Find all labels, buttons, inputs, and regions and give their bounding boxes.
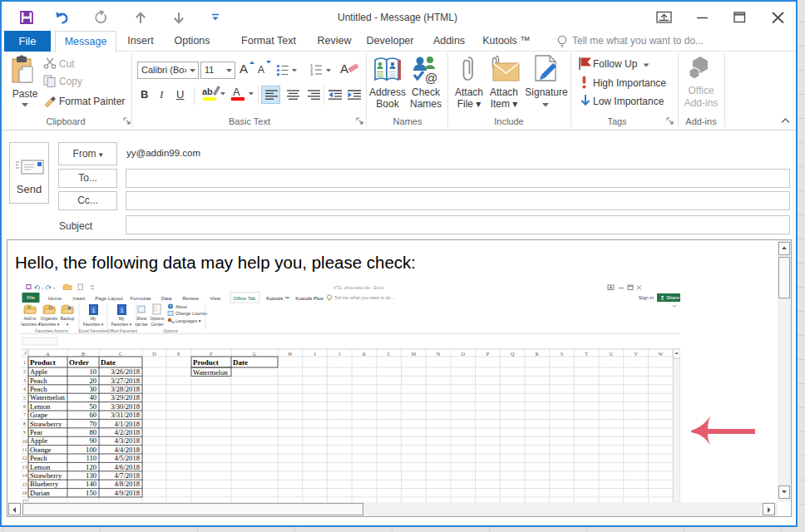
svg-text:F: F [210, 351, 213, 357]
svg-text:3/30/2018: 3/30/2018 [111, 402, 140, 411]
svg-text:Insert: Insert [72, 296, 85, 301]
svg-text:Date: Date [101, 358, 116, 367]
svg-text:150: 150 [86, 489, 96, 497]
svg-text:4: 4 [23, 387, 26, 392]
svg-text:13: 13 [22, 465, 27, 470]
svg-text:Backup: Backup [61, 316, 75, 321]
svg-text:3: 3 [310, 71, 313, 76]
svg-text:110: 110 [86, 454, 96, 462]
svg-text:Kutools Plus: Kutools Plus [295, 296, 323, 301]
svg-text:20: 20 [89, 377, 96, 385]
svg-text:Favorites ▾: Favorites ▾ [83, 322, 104, 327]
svg-text:Organize: Organize [41, 316, 58, 321]
svg-text:12: 12 [22, 456, 27, 461]
svg-text:K: K [363, 351, 367, 357]
svg-text:P: P [486, 351, 490, 357]
svg-text:B: B [81, 351, 85, 357]
svg-text:9: 9 [23, 430, 26, 435]
svg-text:Page Layout: Page Layout [95, 296, 123, 301]
svg-text:M: M [412, 351, 417, 357]
svg-text:Tell me what you want to do...: Tell me what you want to do... [334, 295, 395, 300]
svg-text:4/9/2018: 4/9/2018 [114, 489, 140, 497]
svg-text:80: 80 [89, 428, 96, 436]
svg-text:Product: Product [193, 358, 219, 367]
svg-text:Product: Product [30, 358, 56, 367]
svg-text:T: T [585, 351, 588, 357]
svg-text:Office Tab: Office Tab [234, 296, 256, 301]
svg-text:G: G [253, 351, 257, 357]
svg-text:140: 140 [86, 480, 96, 488]
svg-text:4/8/2018: 4/8/2018 [114, 480, 140, 488]
svg-text:My: My [91, 316, 96, 321]
svg-text:11: 11 [22, 447, 27, 452]
svg-text:50: 50 [89, 402, 96, 411]
svg-text:10: 10 [22, 439, 27, 444]
svg-text:Favorites ▾: Favorites ▾ [111, 322, 132, 327]
svg-text:Durian: Durian [30, 489, 51, 497]
svg-text:File: File [27, 295, 35, 300]
svg-text:Peach: Peach [30, 454, 47, 462]
svg-text:About: About [175, 304, 187, 309]
svg-text:Apple: Apple [30, 367, 47, 376]
svg-text:Peach: Peach [30, 377, 47, 385]
svg-text:130: 130 [86, 471, 96, 480]
svg-text:60: 60 [89, 411, 96, 419]
svg-text:E: E [177, 351, 180, 357]
svg-text:14: 14 [22, 473, 27, 478]
svg-text:A: A [46, 351, 50, 357]
svg-text:O: O [462, 351, 466, 357]
svg-text:3/28/2018: 3/28/2018 [111, 385, 140, 393]
svg-text:1: 1 [23, 360, 26, 365]
svg-text:6: 6 [23, 404, 26, 409]
svg-text:90: 90 [89, 436, 96, 445]
svg-text:30: 30 [89, 385, 96, 393]
svg-text:Watermelon: Watermelon [193, 368, 228, 377]
svg-text:4/1/2018: 4/1/2018 [114, 420, 140, 428]
svg-text:Sign in: Sign in [639, 295, 654, 300]
svg-text:H: H [289, 351, 293, 357]
svg-text:View: View [210, 296, 222, 301]
svg-text:Peach: Peach [30, 385, 47, 393]
svg-text:Formulas: Formulas [130, 296, 151, 301]
svg-text:Show: Show [136, 316, 147, 321]
svg-text:Kutools ™: Kutools ™ [266, 296, 289, 301]
svg-text:I: I [314, 351, 316, 357]
svg-text:Home: Home [48, 296, 62, 301]
svg-text:Strawberry: Strawberry [30, 471, 62, 480]
svg-text:L: L [388, 351, 391, 357]
svg-text:4/2/2018: 4/2/2018 [114, 428, 140, 436]
svg-text:3/26/2018: 3/26/2018 [111, 367, 140, 376]
svg-text:Strawberry: Strawberry [30, 420, 62, 428]
svg-text:5: 5 [23, 396, 26, 401]
svg-text:Lemon: Lemon [30, 463, 51, 471]
svg-text:Favorites ▾: Favorites ▾ [39, 322, 60, 327]
svg-text:Excel Favorites: Excel Favorites [78, 328, 108, 333]
svg-text:2: 2 [23, 369, 26, 374]
svg-text:10: 10 [89, 367, 96, 376]
svg-text:1: 1 [92, 308, 96, 313]
svg-text:N: N [437, 351, 441, 357]
svg-text:1: 1 [121, 308, 124, 313]
svg-text:tab bar: tab bar [135, 322, 148, 327]
svg-text:4/4/2018: 4/4/2018 [114, 446, 140, 454]
svg-text:Date: Date [233, 358, 248, 367]
svg-text:3: 3 [23, 378, 26, 383]
svg-text:4/6/2018: 4/6/2018 [114, 463, 140, 471]
svg-text:120: 120 [86, 463, 96, 471]
svg-text:W: W [658, 351, 663, 357]
svg-text:Q: Q [511, 351, 515, 357]
svg-text:@: @ [425, 71, 437, 85]
svg-text:U: U [610, 351, 614, 357]
svg-text:Favorites Actions: Favorites Actions [35, 328, 68, 333]
svg-text:Favorites ▾: Favorites ▾ [21, 322, 41, 327]
svg-text:D: D [152, 351, 156, 357]
svg-text:Options: Options [150, 316, 165, 321]
svg-text:Review: Review [182, 296, 199, 301]
svg-text:Lemon: Lemon [30, 402, 51, 411]
svg-text:15: 15 [22, 482, 27, 487]
svg-text:Grape: Grape [30, 411, 47, 419]
svg-text:3/27/2018: 3/27/2018 [111, 377, 140, 385]
svg-text:3/29/2018: 3/29/2018 [111, 393, 140, 401]
svg-text:7: 7 [23, 412, 26, 417]
svg-text:Languages ▾: Languages ▾ [175, 318, 201, 323]
